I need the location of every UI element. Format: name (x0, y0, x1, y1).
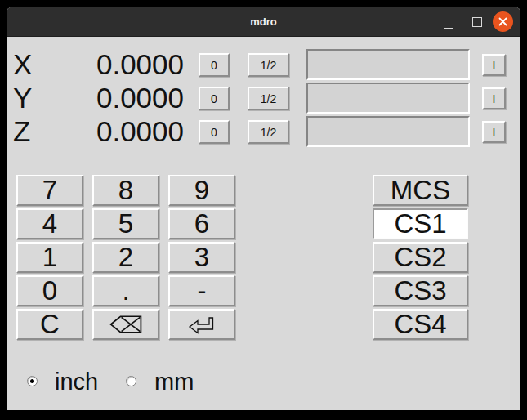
key-9[interactable]: 9 (168, 175, 235, 206)
axis-row-x: X 0.0000 0 1/2 I (7, 47, 520, 81)
cs3-button[interactable]: CS3 (373, 275, 468, 306)
app-window: mdro X 0.0000 0 1/2 I Y 0.0000 (7, 7, 520, 410)
axis-x-half-button[interactable]: 1/2 (248, 53, 289, 77)
key-clear[interactable]: C (16, 309, 83, 340)
screen-frame: mdro X 0.0000 0 1/2 I Y 0.0000 (0, 0, 527, 420)
key-backspace[interactable] (92, 309, 159, 340)
key-7[interactable]: 7 (16, 175, 83, 206)
coordinate-system-column: MCS CS1 CS2 CS3 CS4 (373, 175, 468, 340)
cs4-button[interactable]: CS4 (373, 309, 468, 340)
axis-y-set-button[interactable]: I (482, 87, 506, 109)
inch-radio[interactable] (27, 376, 38, 386)
axis-x-zero-button[interactable]: 0 (199, 53, 230, 77)
titlebar[interactable]: mdro (7, 7, 520, 37)
key-6[interactable]: 6 (168, 208, 235, 239)
key-minus[interactable]: - (168, 275, 235, 306)
axis-y-zero-button[interactable]: 0 (199, 87, 230, 110)
maximize-button[interactable] (472, 17, 482, 27)
axis-z-entry[interactable] (306, 116, 470, 147)
axis-row-z: Z 0.0000 0 1/2 I (7, 114, 520, 148)
key-decimal[interactable]: . (92, 275, 159, 306)
window-title: mdro (7, 7, 520, 37)
close-button[interactable] (493, 11, 513, 32)
axis-y-value: 0.0000 (7, 81, 184, 114)
axis-x-entry[interactable] (306, 49, 470, 80)
mcs-button[interactable]: MCS (373, 175, 468, 206)
key-4[interactable]: 4 (16, 208, 83, 239)
axis-z-value: 0.0000 (7, 114, 184, 148)
axis-x-set-button[interactable]: I (482, 54, 506, 76)
mm-radio[interactable] (126, 376, 136, 386)
axis-z-set-button[interactable]: I (482, 121, 506, 143)
axis-y-half-button[interactable]: 1/2 (248, 87, 289, 110)
axis-z-zero-button[interactable]: 0 (199, 120, 230, 144)
units-row: inch mm (7, 365, 520, 399)
key-enter[interactable] (168, 309, 235, 340)
numeric-keypad: 7 8 9 4 5 6 1 2 3 0 . - C (16, 175, 235, 340)
key-0[interactable]: 0 (16, 275, 83, 306)
axis-x-value: 0.0000 (7, 47, 184, 81)
axis-y-entry[interactable] (306, 83, 470, 114)
key-3[interactable]: 3 (168, 242, 235, 273)
minimize-button[interactable] (444, 28, 453, 29)
key-8[interactable]: 8 (92, 175, 159, 206)
key-1[interactable]: 1 (16, 242, 83, 273)
main-content: X 0.0000 0 1/2 I Y 0.0000 0 1/2 I Z 0.00… (7, 37, 520, 410)
cs1-button[interactable]: CS1 (373, 208, 468, 239)
backspace-icon (108, 314, 144, 335)
key-2[interactable]: 2 (92, 242, 159, 273)
mm-label: mm (154, 365, 194, 399)
close-icon (498, 15, 507, 29)
cs2-button[interactable]: CS2 (373, 242, 468, 273)
axis-z-half-button[interactable]: 1/2 (248, 120, 289, 144)
inch-label: inch (55, 365, 98, 399)
key-5[interactable]: 5 (92, 208, 159, 239)
enter-icon (187, 315, 217, 334)
axis-row-y: Y 0.0000 0 1/2 I (7, 81, 520, 114)
